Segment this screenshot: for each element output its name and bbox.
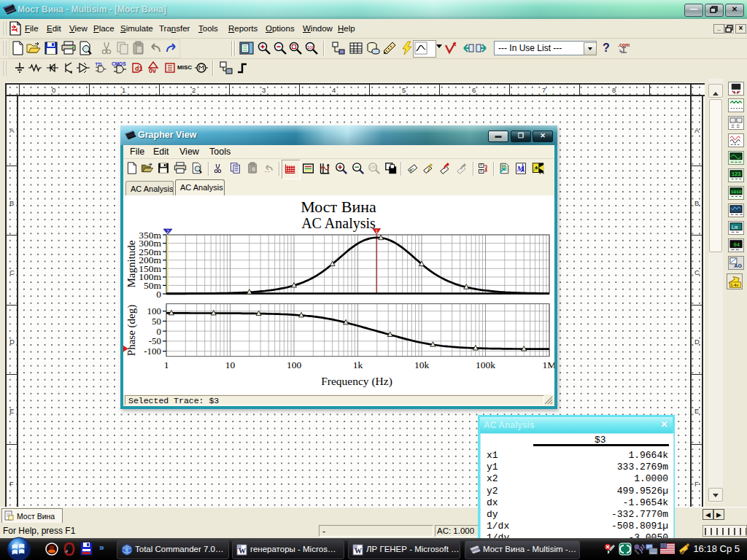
svg-text:04: 04 [733,242,740,248]
svg-text:W: W [355,547,362,555]
svg-text:1k: 1k [353,359,363,370]
svg-text:Phase (deg): Phase (deg) [125,305,138,356]
svg-text:100k: 100k [476,359,495,370]
svg-text:Lm: Lm [732,225,738,230]
svg-text:Magnitude: Magnitude [125,240,137,287]
svg-text:0: 0 [156,289,161,300]
svg-text:AG: AG [734,263,742,269]
svg-text:-50: -50 [149,335,161,346]
svg-text:W: W [239,547,246,555]
svg-text:-100: -100 [144,346,161,357]
svg-text:.com: .com [618,42,630,47]
svg-text:10: 10 [225,359,236,370]
svg-text:2: 2 [166,229,169,234]
svg-text:1.4v: 1.4v [730,283,738,287]
svg-text:1: 1 [375,229,378,234]
svg-text:0v: 0v [149,67,156,74]
svg-text:10k: 10k [414,359,430,370]
svg-text:100: 100 [307,45,315,50]
svg-text:100: 100 [287,359,302,370]
svg-text:1M: 1M [543,359,554,370]
svg-text:123: 123 [732,171,741,177]
svg-text:d1: d1 [135,65,143,72]
svg-text:Frequency (Hz): Frequency (Hz) [321,375,392,388]
svg-text:1010: 1010 [731,190,742,195]
svg-text:AC Analysis: AC Analysis [301,215,376,232]
svg-text:100: 100 [370,166,376,169]
svg-text:Мост Вина: Мост Вина [301,198,376,216]
svg-text:1: 1 [164,359,169,370]
